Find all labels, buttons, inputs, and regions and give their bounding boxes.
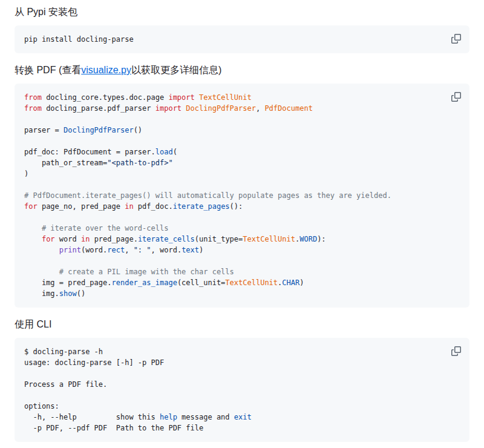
- convert-heading: 转换 PDF (查看visualize.py以获取更多详细信息): [15, 63, 469, 77]
- copy-button[interactable]: [447, 30, 465, 48]
- pip-code-block: pip install docling-parse: [15, 25, 469, 53]
- copy-icon: [451, 92, 461, 102]
- pip-code: pip install docling-parse: [15, 25, 469, 53]
- copy-button[interactable]: [447, 342, 465, 360]
- visualize-py-link[interactable]: visualize.py: [81, 65, 131, 75]
- python-code: from docling_core.types.doc.page import …: [15, 84, 469, 308]
- copy-icon: [451, 346, 461, 356]
- copy-button[interactable]: [447, 88, 465, 106]
- cli-code-block: $ docling-parse -h usage: docling-parse …: [15, 338, 469, 442]
- python-code-block: from docling_core.types.doc.page import …: [15, 84, 469, 308]
- convert-heading-text-after: 以获取更多详细信息): [131, 65, 221, 75]
- cli-code: $ docling-parse -h usage: docling-parse …: [15, 338, 469, 442]
- copy-icon: [451, 34, 461, 44]
- convert-heading-text-before: 转换 PDF (查看: [15, 65, 81, 75]
- install-heading: 从 Pypi 安装包: [15, 5, 469, 19]
- cli-heading: 使用 CLI: [15, 317, 469, 332]
